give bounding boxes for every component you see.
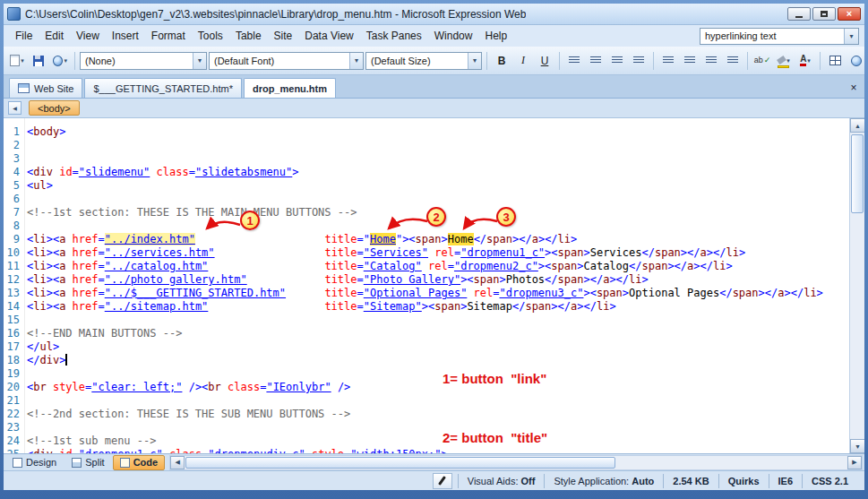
numbered-list-button[interactable] [658, 51, 678, 71]
code-line-9[interactable]: <li><a href="../index.htm" title="Home">… [27, 233, 849, 246]
menu-window[interactable]: Window [428, 27, 479, 45]
line-number: 18 [4, 354, 24, 367]
menu-tools[interactable]: Tools [192, 27, 229, 45]
chevron-down-icon: ▾ [21, 57, 24, 65]
css-schema-value: CSS 2.1 [812, 476, 848, 486]
save-button[interactable] [29, 51, 48, 71]
status-css-schema[interactable]: CSS 2.1 [802, 474, 857, 488]
close-document-icon[interactable]: × [847, 81, 861, 95]
horizontal-scroll-thumb[interactable] [185, 457, 615, 469]
code-line-13[interactable]: <li><a href="../$___GETTING_STARTED.htm"… [27, 287, 849, 300]
help-search-combo[interactable]: hyperlinking text ▾ [700, 28, 859, 45]
line-number: 21 [4, 394, 24, 408]
align-right-button[interactable] [607, 51, 627, 71]
italic-button[interactable]: I [513, 51, 533, 71]
code-editor[interactable]: 1234567891011121314151617181920212223242… [4, 118, 864, 453]
vertical-scroll-thumb[interactable] [851, 134, 864, 213]
menu-format[interactable]: Format [145, 27, 192, 45]
highlight-button[interactable]: ▾ [774, 51, 794, 71]
menu-file[interactable]: File [9, 27, 39, 45]
tab-drop-menu[interactable]: drop_menu.htm [244, 78, 336, 98]
preview-button[interactable]: ▾ [50, 51, 70, 71]
code-line-5[interactable]: <ul> [27, 179, 849, 193]
menu-edit[interactable]: Edit [39, 27, 70, 45]
align-left-button[interactable] [564, 51, 584, 71]
code-line-19[interactable] [27, 367, 849, 381]
style-combo[interactable]: (None)▾ [80, 52, 207, 70]
code-line-16[interactable]: <!--END MAIN BUTTONS --> [27, 327, 849, 340]
code-line-12[interactable]: <li><a href="../photo gallery.htm" title… [27, 273, 849, 287]
close-button[interactable]: × [838, 7, 861, 21]
code-line-23[interactable] [27, 421, 849, 434]
bold-button[interactable]: B [492, 51, 511, 71]
body-tag-breadcrumb[interactable]: <body> [29, 100, 80, 116]
code-line-18[interactable]: </div> [27, 354, 849, 367]
status-doctype-mode[interactable]: Quirks [718, 474, 769, 488]
scroll-left-icon[interactable]: ◀ [170, 456, 185, 469]
tab-drop-menu-label: drop_menu.htm [253, 83, 327, 94]
chevron-down-icon[interactable]: ▾ [844, 29, 858, 44]
code-line-24[interactable]: <!--1st sub menu --> [27, 434, 849, 448]
underline-button[interactable]: U [535, 51, 554, 71]
line-number: 1 [4, 125, 24, 139]
size-combo[interactable]: (Default Size)▾ [365, 52, 482, 70]
font-combo[interactable]: (Default Font)▾ [209, 52, 364, 70]
chevron-down-icon[interactable]: ▾ [349, 53, 363, 69]
menu-data-view[interactable]: Data View [298, 27, 359, 45]
code-line-4[interactable]: <div id="slidemenu" class="slidetabsmenu… [27, 166, 849, 179]
menu-task-panes[interactable]: Task Panes [360, 27, 428, 45]
tab-web-site[interactable]: Web Site [9, 78, 82, 98]
menu-table[interactable]: Table [229, 27, 268, 45]
increase-indent-button[interactable] [723, 51, 743, 71]
view-switch-bar: Design Split Code ◀ ▶ [4, 453, 864, 470]
bullet-list-button[interactable] [680, 51, 700, 71]
scroll-right-icon[interactable]: ▶ [847, 456, 862, 469]
line-number: 2 [4, 139, 24, 152]
chevron-down-icon[interactable]: ▾ [193, 53, 206, 69]
decrease-indent-button[interactable] [701, 51, 721, 71]
code-line-21[interactable] [27, 394, 849, 408]
tab-getting-started[interactable]: $___GETTING_STARTED.htm* [84, 78, 241, 98]
font-combo-value: (Default Font) [210, 56, 349, 66]
new-document-button[interactable]: ▾ [7, 51, 27, 71]
design-view-button[interactable]: Design [5, 455, 64, 470]
code-line-15[interactable] [27, 314, 849, 327]
chevron-down-icon[interactable]: ▾ [468, 53, 481, 69]
maximize-button[interactable] [812, 7, 836, 21]
horizontal-scrollbar[interactable]: ◀ ▶ [169, 455, 863, 470]
status-style-application[interactable]: Style Application: Auto [544, 474, 663, 488]
menu-site[interactable]: Site [268, 27, 299, 45]
tag-nav-back-icon[interactable]: ◀ [8, 101, 21, 115]
code-line-6[interactable] [27, 193, 849, 206]
scroll-down-icon[interactable]: ▼ [850, 439, 864, 453]
font-color-button[interactable]: A▾ [795, 51, 815, 71]
align-center-button[interactable] [586, 51, 606, 71]
spell-check-button[interactable]: ab✓ [752, 51, 772, 71]
menu-insert[interactable]: Insert [106, 27, 145, 45]
insert-table-button[interactable] [825, 51, 845, 71]
code-line-11[interactable]: <li><a href="../catalog.htm" title="Cata… [27, 260, 849, 273]
code-line-17[interactable]: </ul> [27, 340, 849, 354]
code-line-10[interactable]: <li><a href="../services.htm" title="Ser… [27, 246, 849, 260]
design-view-icon [13, 458, 22, 468]
scroll-up-icon[interactable]: ▲ [850, 118, 864, 133]
menu-view[interactable]: View [70, 27, 106, 45]
code-line-22[interactable]: <!--2nd section: THESE IS THE SUB MENU B… [27, 408, 849, 421]
code-line-14[interactable]: <li><a href="../sitemap.htm" title="Site… [27, 300, 849, 314]
pen-button[interactable] [433, 473, 452, 489]
code-line-20[interactable]: <br style="clear: left;" /><br class="IE… [27, 381, 849, 394]
code-line-2[interactable] [27, 139, 849, 152]
hyperlink-button[interactable] [847, 51, 866, 71]
code-line-3[interactable] [27, 152, 849, 166]
code-lines[interactable]: <body><div id="slidemenu" class="slideta… [25, 118, 849, 453]
code-line-1[interactable]: <body> [27, 125, 849, 139]
status-browser-schema[interactable]: IE6 [769, 474, 803, 488]
status-visual-aids[interactable]: Visual Aids: Off [458, 474, 545, 488]
justify-button[interactable] [629, 51, 649, 71]
vertical-scrollbar[interactable]: ▲ ▼ [849, 118, 864, 453]
minimize-button[interactable] [787, 7, 811, 21]
split-view-button[interactable]: Split [64, 455, 111, 470]
design-view-label: Design [26, 457, 56, 468]
menu-help[interactable]: Help [478, 27, 513, 45]
code-view-button[interactable]: Code [113, 455, 166, 470]
